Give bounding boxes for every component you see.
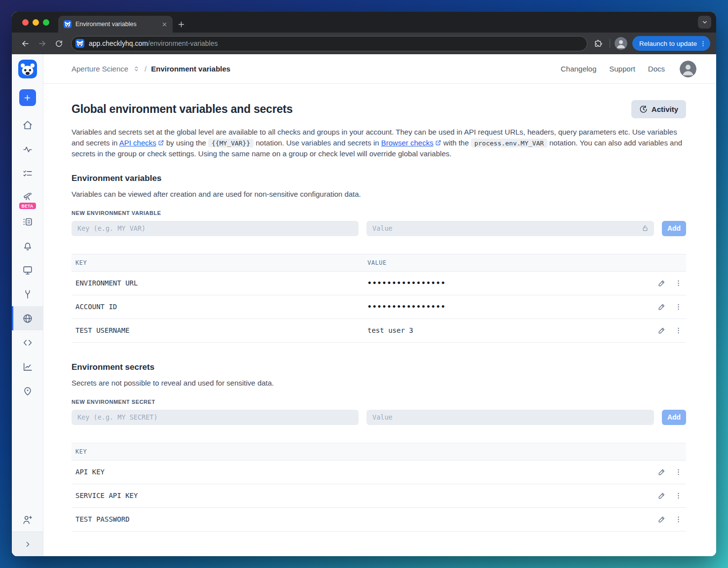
nav-changelog[interactable]: Changelog: [561, 65, 597, 73]
environment-secrets-section: Environment secrets Secrets are not poss…: [72, 362, 686, 532]
minimize-window-button[interactable]: [33, 19, 39, 26]
row-menu-icon[interactable]: [671, 465, 685, 479]
edit-icon[interactable]: [655, 512, 668, 526]
address-bar[interactable]: app.checklyhq.com/environment-variables: [71, 36, 587, 51]
variable-key-input[interactable]: [72, 221, 359, 236]
table-row: SERVICE_API_KEY: [72, 484, 686, 508]
relaunch-label: Relaunch to update: [639, 40, 697, 47]
variable-value-input[interactable]: [366, 221, 654, 236]
tab-search-button[interactable]: [698, 16, 711, 29]
person-plus-icon: [22, 514, 33, 525]
browser-checks-link[interactable]: Browser checks: [381, 139, 434, 147]
column-value: VALUE: [367, 259, 686, 266]
page-description: Variables and secrets set at the global …: [72, 127, 686, 159]
account-switcher-label[interactable]: Aperture Science: [72, 65, 128, 73]
relaunch-to-update-button[interactable]: Relaunch to update: [632, 36, 710, 51]
api-checks-link[interactable]: API checks: [119, 139, 156, 147]
create-new-button[interactable]: [19, 89, 36, 106]
secret-key: TEST_PASSWORD: [72, 515, 367, 523]
sidebar-item-snippets[interactable]: [12, 330, 43, 355]
edit-icon[interactable]: [655, 489, 668, 502]
sidebar-item-alerts[interactable]: [12, 234, 43, 258]
checklist-icon: [22, 168, 33, 179]
edit-icon[interactable]: [655, 300, 668, 314]
nav-support[interactable]: Support: [609, 65, 635, 73]
sidebar-item-test-sessions[interactable]: [12, 210, 43, 234]
lock-icon[interactable]: [641, 224, 649, 232]
account-switcher-icon[interactable]: [133, 65, 140, 72]
bell-icon: [22, 241, 33, 251]
intro-text-4: with the: [441, 139, 471, 147]
edit-icon[interactable]: [655, 323, 668, 337]
close-window-button[interactable]: [22, 19, 29, 26]
variable-value: test_user_3: [367, 326, 655, 334]
secret-key-input[interactable]: [72, 410, 359, 425]
browser-tab[interactable]: Environment variables: [58, 16, 173, 33]
variable-value: ••••••••••••••••: [367, 279, 655, 287]
sidebar-item-activity[interactable]: [12, 137, 43, 161]
breadcrumb-page: Environment variables: [151, 65, 230, 73]
user-avatar[interactable]: [680, 61, 696, 77]
checkly-logo[interactable]: [18, 60, 37, 78]
variables-table: KEY VALUE ENVIRONMENT_URL ••••••••••••••…: [72, 254, 686, 343]
variables-table-header: KEY VALUE: [72, 254, 686, 272]
sidebar-item-home[interactable]: [12, 113, 43, 137]
url-host: app.checklyhq.com: [89, 39, 148, 47]
sidebar: BETA: [12, 54, 43, 556]
add-variable-button[interactable]: Add: [662, 221, 686, 236]
row-menu-icon[interactable]: [671, 489, 685, 502]
new-tab-button[interactable]: [173, 16, 189, 33]
sidebar-item-dashboards[interactable]: [12, 258, 43, 282]
sidebar-item-analytics[interactable]: [12, 355, 43, 379]
globe-icon: [22, 313, 33, 324]
row-menu-icon[interactable]: [671, 512, 685, 526]
sidebar-expand-button[interactable]: [12, 532, 43, 556]
new-secret-form: Add: [72, 410, 686, 425]
variable-key: ACCOUNT_ID: [72, 303, 367, 311]
back-icon[interactable]: [18, 36, 33, 51]
session-list-icon: [22, 216, 33, 227]
add-secret-button[interactable]: Add: [662, 410, 686, 425]
sidebar-item-explore-beta[interactable]: BETA: [12, 185, 43, 210]
table-row: ACCOUNT_ID ••••••••••••••••: [72, 295, 686, 319]
maximize-window-button[interactable]: [43, 19, 49, 26]
sidebar-item-invite-user[interactable]: [12, 507, 43, 532]
reload-icon[interactable]: [51, 36, 66, 51]
home-icon: [22, 120, 33, 131]
secrets-table: KEY API_KEY SERVICE_API_KEY: [72, 443, 686, 532]
plus-icon: [23, 94, 32, 102]
forward-icon[interactable]: [35, 36, 49, 51]
sidebar-item-maintenance[interactable]: [12, 282, 43, 306]
code-process-env: process.env.MY_VAR: [471, 139, 547, 147]
app-main: Aperture Science / Environment variables…: [43, 54, 716, 556]
sidebar-item-private-locations[interactable]: [12, 379, 43, 403]
sidebar-item-checks[interactable]: [12, 161, 43, 185]
browser-window: Environment variables app.checklyhq.com/…: [12, 12, 716, 556]
column-key: KEY: [72, 259, 367, 266]
row-menu-icon[interactable]: [671, 323, 685, 337]
secret-value-input[interactable]: [366, 410, 654, 425]
activity-button[interactable]: Activity: [631, 100, 686, 118]
url-text: app.checklyhq.com/environment-variables: [89, 39, 218, 47]
browser-toolbar: app.checklyhq.com/environment-variables …: [12, 33, 716, 54]
fork-icon: [22, 289, 33, 300]
variable-key: ENVIRONMENT_URL: [72, 279, 367, 287]
external-link-icon: [435, 140, 441, 146]
row-menu-icon[interactable]: [671, 300, 685, 314]
location-pin-icon: [22, 386, 33, 396]
checkly-favicon: [75, 39, 84, 48]
edit-icon[interactable]: [655, 465, 668, 479]
desktop-background: Environment variables app.checklyhq.com/…: [0, 0, 728, 568]
tab-close-icon[interactable]: [160, 20, 169, 29]
new-variable-label: NEW ENVIRONMENT VARIABLE: [72, 210, 686, 216]
row-menu-icon[interactable]: [671, 276, 685, 290]
browser-profile-avatar[interactable]: [615, 37, 627, 50]
edit-icon[interactable]: [655, 276, 668, 290]
sidebar-item-environment-variables[interactable]: [12, 306, 43, 330]
clock-history-icon: [639, 105, 648, 113]
nav-docs[interactable]: Docs: [648, 65, 665, 73]
checkly-app: BETA Aper: [12, 54, 716, 556]
extensions-icon[interactable]: [591, 36, 605, 50]
column-key: KEY: [72, 448, 367, 455]
external-link-icon: [158, 140, 164, 146]
